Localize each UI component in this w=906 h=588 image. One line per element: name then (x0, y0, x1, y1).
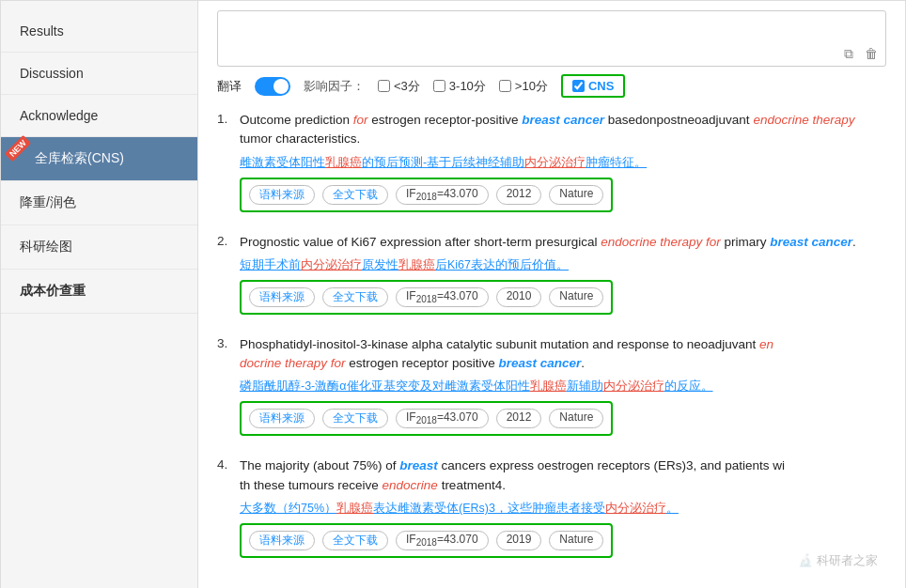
sidebar-item-acknowledge[interactable]: Acknowledge (1, 95, 197, 137)
result-title-1: Outcome prediction for estrogen receptor… (240, 111, 886, 149)
result-cn-1: 雌激素受体阳性乳腺癌的预后预测-基于后续神经辅助内分泌治疗肿瘤特征。 (240, 153, 886, 172)
result-item-2: Prognostic value of Ki67 expression afte… (217, 233, 886, 315)
text-input-area[interactable]: ⧉ 🗑 (217, 10, 886, 67)
result-item-3: Phosphatidyl-inositol-3-kinase alpha cat… (217, 335, 886, 437)
trash-icon[interactable]: 🗑 (863, 45, 880, 62)
tag-source-1[interactable]: 语料来源 (249, 185, 315, 205)
range-filter[interactable]: 3-10分 (433, 78, 486, 95)
tag-source-3[interactable]: 语料来源 (249, 409, 315, 428)
range-checkbox[interactable] (433, 80, 445, 92)
sidebar-item-edit[interactable]: 降重/润色 (1, 181, 197, 225)
tag-year-4: 2019 (496, 531, 542, 550)
sidebar-item-results[interactable]: Results (1, 10, 197, 53)
main-content: ⧉ 🗑 翻译 影响因子： <3分 3-10分 >10分 (198, 1, 905, 588)
sidebar-item-discussion[interactable]: Discussion (1, 53, 197, 95)
tag-year-2: 2010 (496, 287, 542, 307)
text-input-icons: ⧉ 🗑 (840, 45, 880, 62)
tag-if-3: IF2018=43.070 (396, 409, 489, 428)
result-title-2: Prognostic value of Ki67 expression afte… (240, 233, 886, 252)
tag-if-4: IF2018=43.070 (396, 531, 489, 550)
result-tags-3: 语料来源 全文下载 IF2018=43.070 2012 Nature (240, 401, 613, 436)
result-tags-4: 语料来源 全文下载 IF2018=43.070 2019 Nature (240, 523, 613, 558)
cns-filter[interactable]: CNS (561, 74, 625, 98)
tag-source-2[interactable]: 语料来源 (249, 287, 315, 307)
tag-journal-3: Nature (549, 409, 603, 428)
tag-if-2: IF2018=43.070 (396, 287, 489, 307)
result-item-4: The majority (about 75%) of breast cance… (217, 456, 886, 558)
toggle-track[interactable] (255, 77, 290, 96)
gt10-filter[interactable]: >10分 (499, 78, 548, 95)
result-cn-4: 大多数（约75%）乳腺癌表达雌激素受体(ERs)3，这些肿瘤患者接受内分泌治疗。 (240, 499, 886, 518)
tag-if-1: IF2018=43.070 (396, 185, 489, 205)
tag-fulltext-2[interactable]: 全文下载 (322, 287, 388, 307)
result-cn-2: 短期手术前内分泌治疗原发性乳腺癌后Ki67表达的预后价值。 (240, 255, 886, 274)
result-tags-2: 语料来源 全文下载 IF2018=43.070 2010 Nature (240, 280, 613, 315)
filter-bar: 翻译 影响因子： <3分 3-10分 >10分 CNS (217, 74, 886, 98)
result-body-2: Prognostic value of Ki67 expression afte… (240, 233, 886, 315)
tag-journal-1: Nature (549, 185, 603, 205)
result-cn-3: 磷脂酰肌醇-3-激酶α催化亚基突变及对雌激素受体阳性乳腺癌新辅助内分泌治疗的反应… (240, 377, 886, 395)
tag-year-1: 2012 (496, 185, 542, 205)
result-title-3: Phosphatidyl-inositol-3-kinase alpha cat… (240, 335, 886, 374)
sidebar-item-chart[interactable]: 科研绘图 (1, 225, 197, 270)
result-tags-1: 语料来源 全文下载 IF2018=43.070 2012 Nature (240, 178, 613, 212)
translate-label: 翻译 (217, 78, 242, 95)
toggle-thumb (273, 79, 289, 94)
result-body-3: Phosphatidyl-inositol-3-kinase alpha cat… (240, 335, 886, 437)
tag-fulltext-3[interactable]: 全文下载 (322, 409, 388, 428)
impact-label: 影响因子： (304, 78, 365, 95)
tag-source-4[interactable]: 语料来源 (249, 531, 315, 550)
sidebar-item-cost[interactable]: 成本价查重 (1, 270, 197, 314)
tag-journal-4: Nature (549, 531, 603, 550)
sidebar-item-cns[interactable]: NEW 全库检索(CNS) (1, 137, 197, 181)
result-body-1: Outcome prediction for estrogen receptor… (240, 111, 886, 212)
tag-year-3: 2012 (496, 409, 542, 428)
cns-checkbox[interactable] (572, 80, 585, 92)
tag-journal-2: Nature (549, 287, 603, 307)
result-item-1: Outcome prediction for estrogen receptor… (217, 111, 886, 212)
gt10-checkbox[interactable] (499, 80, 511, 92)
tag-fulltext-1[interactable]: 全文下载 (322, 185, 388, 205)
result-title-4: The majority (about 75%) of breast cance… (240, 456, 886, 495)
translate-toggle[interactable] (255, 77, 290, 96)
lt3-checkbox[interactable] (378, 80, 390, 92)
copy-icon[interactable]: ⧉ (840, 45, 857, 62)
results-list: Outcome prediction for estrogen receptor… (217, 111, 886, 558)
result-body-4: The majority (about 75%) of breast cance… (240, 456, 886, 558)
sidebar: Results Discussion Acknowledge NEW 全库检索(… (1, 1, 198, 588)
lt3-filter[interactable]: <3分 (378, 78, 420, 95)
tag-fulltext-4[interactable]: 全文下载 (322, 531, 388, 550)
